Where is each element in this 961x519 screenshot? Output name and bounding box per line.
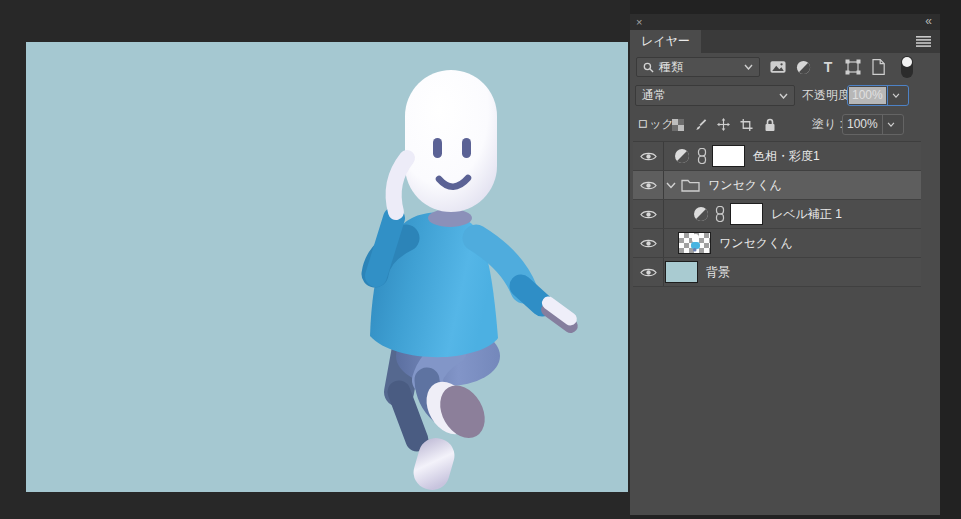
mask-link-icon bbox=[715, 206, 725, 222]
layer-name: レベル補正 1 bbox=[771, 206, 842, 223]
eye-icon bbox=[640, 238, 657, 249]
adjustment-layer-icon bbox=[693, 206, 709, 222]
lock-image-pixels-icon[interactable] bbox=[694, 118, 707, 132]
search-icon bbox=[643, 62, 654, 73]
adjustment-layer-icon bbox=[674, 148, 690, 164]
fill-field[interactable]: 100% bbox=[842, 114, 904, 135]
pixel-layer-filter-icon[interactable] bbox=[770, 59, 786, 75]
layer-filtering-toggle[interactable] bbox=[901, 56, 913, 78]
layers-panel: × « レイヤー 種類 bbox=[630, 0, 961, 519]
eye-icon bbox=[640, 267, 657, 278]
collapse-panel-icon[interactable]: « bbox=[925, 14, 931, 29]
layer-name: 色相・彩度1 bbox=[753, 148, 820, 165]
toggle-knob bbox=[902, 57, 912, 67]
blend-opacity-row: 通常 不透明度 : 100% bbox=[630, 81, 940, 110]
filter-type-label: 種類 bbox=[659, 59, 683, 76]
document-canvas[interactable] bbox=[26, 42, 628, 492]
close-panel-icon[interactable]: × bbox=[636, 15, 642, 29]
layer-filter-row: 種類 bbox=[630, 53, 940, 81]
opacity-value: 100% bbox=[849, 87, 886, 104]
photoshop-workspace: × « レイヤー 種類 bbox=[0, 0, 961, 519]
layer-name: 背景 bbox=[706, 264, 730, 281]
lock-transparent-pixels-icon[interactable] bbox=[671, 118, 684, 132]
chevron-down-icon bbox=[744, 64, 753, 70]
layer-name: ワンセクくん bbox=[719, 235, 793, 252]
filter-type-select[interactable]: 種類 bbox=[636, 57, 760, 77]
lock-icon-group bbox=[671, 110, 776, 139]
visibility-toggle[interactable] bbox=[633, 258, 664, 286]
eye-icon bbox=[640, 180, 657, 191]
visibility-toggle[interactable] bbox=[633, 229, 664, 257]
layer-mask-thumbnail[interactable] bbox=[712, 145, 745, 167]
panel-title-strip: × « bbox=[630, 14, 940, 30]
layer-thumbnail[interactable] bbox=[678, 232, 711, 254]
layer-row[interactable]: ワンセクくん bbox=[633, 171, 921, 200]
type-layer-filter-icon[interactable]: T bbox=[820, 59, 836, 75]
thumbnail-character-icon bbox=[689, 234, 701, 252]
blend-mode-value: 通常 bbox=[642, 87, 666, 104]
character-illustration bbox=[26, 42, 628, 492]
group-expander-icon[interactable] bbox=[666, 182, 676, 189]
layer-row[interactable]: 色相・彩度1 bbox=[633, 142, 921, 171]
layer-thumbnail[interactable] bbox=[665, 261, 698, 283]
panel-tab-bar: レイヤー bbox=[630, 30, 940, 53]
lock-artboard-icon[interactable] bbox=[740, 118, 753, 132]
layer-list: 色相・彩度1 ワンセクくん bbox=[633, 141, 921, 287]
eye-icon bbox=[640, 151, 657, 162]
opacity-field[interactable]: 100% bbox=[847, 85, 909, 106]
chevron-down-icon bbox=[892, 93, 900, 98]
visibility-toggle[interactable] bbox=[633, 200, 664, 228]
layer-row[interactable]: ワンセクくん bbox=[633, 229, 921, 258]
panel-menu-icon[interactable] bbox=[916, 36, 931, 47]
shape-layer-filter-icon[interactable] bbox=[845, 59, 861, 75]
filter-icon-group: T bbox=[770, 53, 913, 81]
blend-mode-select[interactable]: 通常 bbox=[635, 85, 795, 106]
mask-link-icon bbox=[697, 148, 707, 164]
smart-object-filter-icon[interactable] bbox=[870, 59, 886, 75]
lock-fill-row: ロック : bbox=[630, 110, 940, 139]
folder-icon bbox=[681, 178, 700, 192]
lock-all-icon[interactable] bbox=[763, 118, 776, 132]
opacity-dropdown-button[interactable] bbox=[887, 86, 905, 105]
layer-mask-thumbnail[interactable] bbox=[730, 203, 763, 225]
adjustment-layer-filter-icon[interactable] bbox=[795, 59, 811, 75]
layer-name: ワンセクくん bbox=[708, 177, 782, 194]
layer-row[interactable]: 背景 bbox=[633, 258, 921, 287]
tab-layers[interactable]: レイヤー bbox=[630, 30, 701, 53]
layer-row[interactable]: レベル補正 1 bbox=[633, 200, 921, 229]
layers-panel-body: 種類 bbox=[630, 53, 940, 515]
visibility-toggle[interactable] bbox=[633, 142, 664, 170]
fill-label: 塗り : bbox=[812, 114, 843, 135]
lock-position-icon[interactable] bbox=[717, 118, 730, 132]
eye-icon bbox=[640, 209, 657, 220]
work-area bbox=[0, 0, 630, 519]
chevron-down-icon bbox=[779, 93, 788, 99]
fill-dropdown-button[interactable] bbox=[882, 115, 900, 134]
visibility-toggle[interactable] bbox=[633, 171, 664, 199]
fill-value: 100% bbox=[844, 116, 881, 133]
chevron-down-icon bbox=[887, 122, 895, 127]
